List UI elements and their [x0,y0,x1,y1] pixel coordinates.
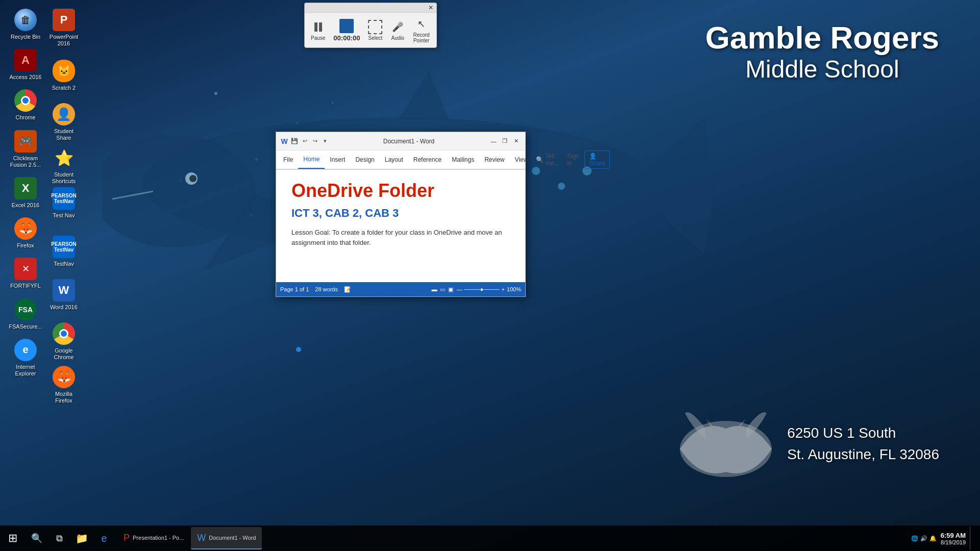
taskbar-search-button[interactable]: 🔍 [26,527,48,549]
recording-toolbar: ✕ Pause 00:00:00 [304,3,437,48]
audio-icon: 🎤 [390,20,405,34]
desktop-icon-scratch-2[interactable]: 🐱 Scratch 2 [43,56,84,94]
tab-layout[interactable]: Layout [380,151,408,169]
taskbar-file-explorer-button[interactable]: 📁 [70,527,93,549]
word-icon: W [280,137,288,145]
clock-time: 6:59 AM [941,532,966,539]
taskbar-apps: P Presentation1 - Po... W Document1 - Wo… [115,527,264,549]
zoom-out-icon[interactable]: — [456,286,462,292]
tab-home[interactable]: Home [298,151,325,169]
taskbar-clock[interactable]: 6:59 AM 8/19/2019 [941,532,966,545]
record-pointer-button[interactable]: ↖ Record Pointer [410,15,432,45]
school-name: Gamble Rogers Middle School [705,20,939,83]
zoom-control[interactable]: — ────●──── + 100% [456,286,521,292]
audio-button[interactable]: 🎤 Audio [387,18,408,43]
volume-icon[interactable]: 🔊 [920,535,927,542]
desktop-icon-testnav2[interactable]: PEARSONTestNav TestNav [43,232,84,270]
desktop-icon-excel-2016[interactable]: X Excel 2016 [5,173,46,211]
desktop-icon-chrome[interactable]: Chrome [5,86,46,123]
show-desktop-button[interactable] [970,527,974,549]
pause-button[interactable]: Pause [308,18,328,43]
svg-marker-3 [398,71,449,120]
word-window: W 💾 ↩ ↪ ▾ Document1 - Word — ❐ ✕ File Ho… [276,132,526,297]
tab-insert[interactable]: Insert [325,151,350,169]
share-button[interactable]: 👤 Share [584,151,610,169]
taskbar-app-document1[interactable]: W Document1 - Word [191,527,262,549]
time-icon [339,19,354,33]
word-document-content[interactable]: OneDrive Folder ICT 3, CAB 2, CAB 3 Less… [276,170,525,282]
desktop-icon-access-2016[interactable]: A Access 2016 [5,45,46,83]
school-logo [675,398,777,490]
redo-quick-access-icon[interactable]: ↪ [311,137,319,145]
school-logo-area: 6250 US 1 South St. Augustine, FL 32086 [675,398,939,490]
word-quick-access: W 💾 ↩ ↪ ▾ [280,137,329,145]
desktop-icons-container: 🗑 Recycle Bin A Access 2016 Chrome 🎮 Cli… [0,0,51,525]
customize-quick-access-icon[interactable]: ▾ [321,137,329,145]
desktop-icon-student-shortcuts[interactable]: ⭐ Student Shortcuts [43,143,84,187]
tab-view[interactable]: View [510,151,533,169]
tab-design[interactable]: Design [350,151,379,169]
start-button[interactable]: ⊞ [0,525,26,551]
tell-me[interactable]: 🔍 Tell me... [533,151,562,168]
taskbar-right: 🌐 🔊 🔔 6:59 AM 8/19/2019 [911,527,980,549]
record-pointer-label: Record Pointer [413,32,429,43]
taskbar-ie-button[interactable]: e [93,527,115,549]
taskbar-app-presentation[interactable]: P Presentation1 - Po... [117,527,190,549]
tab-mailings[interactable]: Mailings [447,151,479,169]
page-count: Page 1 of 1 [280,286,309,293]
word-window-controls: — ❐ ✕ [488,136,521,146]
select-area-button[interactable]: Select [365,18,385,43]
desktop-icon-internet-explorer[interactable]: e Internet Explorer [5,335,46,380]
sign-in-button[interactable]: Sign in [564,151,582,168]
desktop-icon-firefox[interactable]: 🦊 Firefox [5,214,46,252]
view-read-icon[interactable]: ▣ [448,286,453,293]
word-titlebar: W 💾 ↩ ↪ ▾ Document1 - Word — ❐ ✕ [276,132,525,151]
zoom-in-icon[interactable]: + [501,286,504,292]
taskbar-task-view-button[interactable]: ⧉ [48,527,70,549]
pause-icon [311,20,325,34]
desktop-icon-fsa-secure[interactable]: FSA FSASecure... [5,295,46,333]
desktop-icon-clickteam[interactable]: 🎮 Clickteam Fusion 2.5... [5,127,46,171]
desktop: Gamble Rogers Middle School 6250 US 1 So… [0,0,980,551]
taskbar-app-document1-label: Document1 - Word [209,535,256,541]
recording-toolbar-close-button[interactable]: ✕ [427,4,434,11]
undo-quick-access-icon[interactable]: ↩ [301,137,309,145]
word-ribbon: File Home Insert Design Layout Reference… [276,151,525,170]
document-subtitle: ICT 3, CAB 2, CAB 3 [291,207,510,220]
select-area-label: Select [369,35,383,41]
zoom-slider[interactable]: ────●──── [464,286,499,292]
desktop-icon-testnav-pearson[interactable]: PEARSONTestNav Test Nav [43,184,84,221]
word-tab-bar: File Home Insert Design Layout Reference… [276,151,525,169]
view-web-icon[interactable]: ▭ [440,286,445,293]
school-address: 6250 US 1 South St. Augustine, FL 32086 [787,422,939,465]
tab-reference[interactable]: Reference [408,151,447,169]
tab-review[interactable]: Review [479,151,509,169]
desktop-icon-mozilla-firefox[interactable]: 🦊 Mozilla Firefox [43,362,84,407]
tab-file[interactable]: File [278,151,298,169]
recording-toolbar-titlebar: ✕ [305,3,436,13]
restore-button[interactable]: ❐ [500,136,510,146]
desktop-icon-recycle-bin[interactable]: 🗑 Recycle Bin [5,5,46,43]
desktop-icon-google-chrome[interactable]: Google Chrome [43,319,84,363]
search-icon: 🔍 [536,156,544,163]
word-window-title: Document1 - Word [329,138,488,145]
desktop-icon-powerpoint-2016[interactable]: P PowerPoint 2016 [43,5,84,49]
notification-area: 🌐 🔊 🔔 [911,535,937,542]
desktop-icon-fortifyfl[interactable]: ✕ FORTIFYFL [5,254,46,292]
close-button[interactable]: ✕ [511,136,521,146]
network-icon[interactable]: 🌐 [911,535,918,542]
svg-marker-2 [643,117,715,255]
minimize-button[interactable]: — [488,136,499,146]
word-statusbar: Page 1 of 1 28 words 📝 ▬ ▭ ▣ — ────●────… [276,282,525,296]
desktop-icon-student-share[interactable]: 👤 Student Share [43,99,84,144]
save-quick-access-icon[interactable]: 💾 [290,137,299,145]
notification-icon[interactable]: 🔔 [929,535,937,542]
share-icon: 👤 [589,153,597,160]
desktop-icon-word-2016[interactable]: W Word 2016 [43,276,84,313]
recording-toolbar-buttons: Pause 00:00:00 Select 🎤 Audio [305,13,436,47]
taskbar-word-icon: W [197,533,206,543]
view-print-icon[interactable]: ▬ [431,286,437,292]
document-title: OneDrive Folder [291,180,510,202]
audio-label: Audio [391,35,405,41]
statusbar-right: ▬ ▭ ▣ — ────●──── + 100% [431,286,521,293]
